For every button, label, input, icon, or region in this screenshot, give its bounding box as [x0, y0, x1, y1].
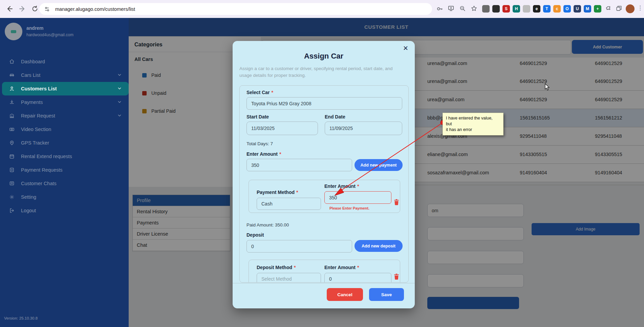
extension-icon[interactable]: + [594, 5, 601, 13]
url-text[interactable]: manager.alugago.com/customers/list [55, 6, 135, 12]
assign-car-dialog: ✕ Assign Car Assign a car to a customer … [233, 41, 415, 308]
avatar[interactable] [5, 23, 22, 40]
forward-icon[interactable] [18, 5, 26, 13]
sidebar-item-label: Repair Request [21, 113, 55, 118]
tooltip-line: but [446, 121, 500, 127]
footer-divider [233, 283, 415, 283]
address-bar[interactable]: manager.alugago.com/customers/list [39, 3, 432, 15]
extension-icon[interactable]: U [574, 5, 581, 13]
extension-icon[interactable]: e [533, 5, 540, 13]
extension-icon[interactable]: H [513, 5, 520, 13]
extension-icon[interactable] [492, 5, 500, 13]
zoom-icon[interactable] [459, 5, 467, 13]
extension-icon[interactable] [482, 5, 490, 13]
menu-kebab-icon[interactable]: ⋮ [637, 4, 644, 13]
assign-car-form: Select Car* Toyota Prius M29 Gray 2008 S… [239, 85, 409, 283]
chevron-down-icon [118, 87, 121, 90]
sidebar-item-gps-tracker[interactable]: GPS Tracker [0, 136, 129, 150]
sidebar-item-label: Dashboard [21, 59, 45, 64]
video-icon [9, 126, 15, 132]
chevron-down-icon [118, 74, 121, 76]
chat-icon [9, 180, 15, 187]
extension-icon[interactable]: M [584, 5, 591, 13]
pin-icon [9, 140, 15, 146]
trash-icon[interactable] [394, 199, 399, 205]
sidebar-item-rental-extend[interactable]: Rental Extend requests [0, 150, 129, 163]
deposit-method-label: Deposit Method* [257, 265, 296, 270]
dialog-title: Assign Car [233, 52, 415, 61]
dialog-subtitle: Assign a car to a customer or driver, sp… [239, 65, 398, 79]
home-icon [9, 59, 15, 65]
browser-toolbar: manager.alugago.com/customers/list S H e… [0, 0, 644, 18]
install-icon[interactable] [448, 5, 456, 13]
payment-error-text: Please Enter Payment. [329, 206, 369, 210]
deposit-label: Deposit [246, 232, 264, 238]
extension-icon[interactable]: O [563, 5, 571, 13]
sidebar-item-payment-requests[interactable]: Payment Requests [0, 163, 129, 177]
back-icon[interactable] [5, 5, 14, 13]
person-icon [9, 86, 15, 92]
sidebar-item-label: Setting [21, 194, 36, 200]
deposit-method-input[interactable]: Select Method [257, 273, 321, 283]
sidebar-item-logout[interactable]: Logout [0, 204, 129, 217]
deposit-entry-box: Deposit Method* Select Method Enter Amou… [249, 260, 400, 283]
select-car-label: Select Car* [246, 90, 273, 95]
star-icon[interactable] [471, 5, 479, 13]
profile-avatar[interactable] [626, 4, 635, 13]
close-icon[interactable]: ✕ [401, 44, 410, 52]
sidebar-item-label: Video Section [21, 127, 51, 132]
sidebar-item-setting[interactable]: Setting [0, 190, 129, 204]
sidebar: andrem hardwood4us@gmail.com Dashboard C… [0, 18, 129, 327]
end-date-input[interactable]: 11/09/2025 [325, 122, 402, 135]
total-days-text: Total Days: 7 [246, 141, 273, 146]
bank-icon [9, 113, 15, 119]
save-button[interactable]: Save [369, 288, 404, 301]
sidebar-item-payments[interactable]: Payments [0, 95, 129, 109]
select-car-input[interactable]: Toyota Prius M29 Gray 2008 [246, 97, 402, 110]
extension-icon[interactable]: T [543, 5, 551, 13]
sidebar-item-repair-request[interactable]: Repair Request [0, 109, 129, 123]
deposit-input[interactable]: 0 [246, 240, 352, 253]
extension-icon[interactable] [523, 5, 530, 13]
sidebar-item-cars-list[interactable]: Cars List [0, 68, 129, 82]
payment-amount-input[interactable]: 350 [324, 191, 391, 204]
key-icon[interactable] [436, 5, 444, 14]
sidebar-item-label: Cars List [21, 72, 40, 78]
add-new-deposit-button[interactable]: Add new deposit [355, 240, 403, 252]
sidebar-item-label: Payments [21, 100, 43, 105]
start-date-input[interactable]: 11/03/2025 [246, 122, 318, 135]
enter-amount-input[interactable]: 350 [246, 159, 352, 171]
sidebar-item-label: Rental Extend requests [21, 154, 72, 159]
gear-icon [9, 194, 15, 200]
chevron-down-icon [118, 114, 121, 117]
extension-icon[interactable]: S [502, 5, 510, 13]
sidebar-item-label: Customer Chats [21, 181, 57, 186]
download-icon [9, 99, 15, 105]
add-new-payment-button[interactable]: Add new payment [355, 159, 403, 171]
reload-icon[interactable] [31, 5, 39, 13]
sidebar-item-label: GPS Tracker [21, 140, 49, 146]
site-info-icon[interactable] [44, 6, 50, 13]
payment-method-input[interactable]: Cash [257, 198, 321, 210]
puzzle-icon[interactable] [605, 5, 614, 13]
annotation-tooltip: I have entered the value, but it has an … [443, 113, 503, 135]
calendar-icon [9, 153, 15, 159]
tab-switch-icon[interactable] [616, 5, 624, 13]
sidebar-item-video-section[interactable]: Video Section [0, 123, 129, 136]
sidebar-item-label: Logout [21, 208, 36, 213]
document-icon [9, 167, 15, 173]
sidebar-item-customer-chats[interactable]: Customer Chats [0, 177, 129, 190]
chevron-down-icon [118, 101, 121, 103]
cancel-button[interactable]: Cancel [327, 288, 363, 301]
user-email: hardwood4us@gmail.com [26, 32, 73, 37]
sidebar-item-label: Payment Requests [21, 167, 63, 173]
deposit-amount-input[interactable]: 0 [324, 273, 391, 283]
extension-icon[interactable]: c [553, 5, 561, 13]
paid-amount-text: Paid Amount: 350.00 [246, 222, 289, 227]
trash-icon[interactable] [394, 274, 399, 280]
payment-amount-label: Enter Amount* [324, 183, 359, 189]
enter-amount-label: Enter Amount* [246, 151, 281, 157]
sidebar-item-label: Customers List [21, 86, 57, 91]
sidebar-item-dashboard[interactable]: Dashboard [0, 55, 129, 68]
sidebar-item-customers-list[interactable]: Customers List [2, 82, 129, 95]
